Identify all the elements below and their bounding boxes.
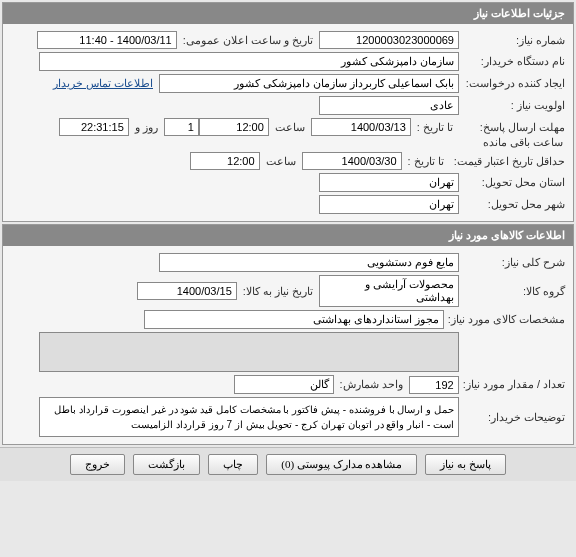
time-label-1: ساعت — [269, 121, 311, 134]
contact-info-link[interactable]: اطلاعات تماس خریدار — [47, 77, 159, 90]
back-button[interactable]: بازگشت — [133, 454, 200, 475]
action-buttons-row: پاسخ به نیاز مشاهده مدارک پیوستی (0) چاپ… — [0, 447, 576, 481]
delivery-province-value: تهران — [319, 173, 459, 192]
credit-to-date-value: 1400/03/30 — [302, 152, 402, 170]
buyer-org-value: سازمان دامپزشکی کشور — [39, 52, 459, 71]
products-area — [39, 332, 459, 372]
need-by-date-value: 1400/03/15 — [137, 282, 237, 300]
need-number-value: 1200003023000069 — [319, 31, 459, 49]
announce-datetime-value: 1400/03/11 - 11:40 — [37, 31, 177, 49]
need-details-section: جزئیات اطلاعات نیاز شماره نیاز: 12000030… — [2, 2, 574, 222]
need-by-date-label: تاریخ نیاز به کالا: — [237, 285, 319, 298]
requester-value: بابک اسماعیلی کاربرداز سازمان دامپزشکی ک… — [159, 74, 459, 93]
reply-button[interactable]: پاسخ به نیاز — [425, 454, 506, 475]
days-value: 1 — [164, 118, 199, 136]
remaining-label: ساعت باقی مانده — [477, 136, 569, 149]
reply-to-date-value: 1400/03/13 — [311, 118, 411, 136]
main-desc-label: شرح کلی نیاز: — [459, 256, 569, 269]
delivery-city-value: تهران — [319, 195, 459, 214]
section1-header: جزئیات اطلاعات نیاز — [3, 3, 573, 24]
priority-label: اولویت نیاز : — [459, 99, 569, 112]
exit-button[interactable]: خروج — [70, 454, 125, 475]
qty-value: 192 — [409, 376, 459, 394]
need-number-label: شماره نیاز: — [459, 34, 569, 47]
credit-time-value: 12:00 — [190, 152, 260, 170]
reply-deadline-label: مهلت ارسال پاسخ: — [459, 121, 569, 134]
to-date-label-1: تا تاریخ : — [411, 121, 459, 134]
delivery-province-label: استان محل تحویل: — [459, 176, 569, 189]
section2-header: اطلاعات کالاهای مورد نیاز — [3, 225, 573, 246]
delivery-city-label: شهر محل تحویل: — [459, 198, 569, 211]
priority-value: عادی — [319, 96, 459, 115]
product-group-value: محصولات آرایشی و بهداشتی — [319, 275, 459, 307]
buyer-notes-label: توضیحات خریدار: — [459, 411, 569, 424]
main-desc-value: مایع فوم دستشویی — [159, 253, 459, 272]
buyer-notes-value: حمل و ارسال با فروشنده - پیش فاکتور با م… — [39, 397, 459, 437]
spec-value: مجوز استانداردهای بهداشتی — [144, 310, 444, 329]
print-button[interactable]: چاپ — [208, 454, 258, 475]
credit-min-label: حداقل تاریخ اعتبار قیمت: — [450, 155, 569, 168]
buyer-org-label: نام دستگاه خریدار: — [459, 55, 569, 68]
remaining-time-value: 22:31:15 — [59, 118, 129, 136]
attachments-button[interactable]: مشاهده مدارک پیوستی (0) — [266, 454, 417, 475]
product-group-label: گروه کالا: — [459, 285, 569, 298]
qty-label: تعداد / مقدار مورد نیاز: — [459, 378, 569, 391]
requester-label: ایجاد کننده درخواست: — [459, 77, 569, 90]
time-label-2: ساعت — [260, 155, 302, 168]
reply-time-value: 12:00 — [199, 118, 269, 136]
days-label: روز و — [129, 121, 164, 134]
unit-label: واحد شمارش: — [334, 378, 409, 391]
spec-label: مشخصات کالای مورد نیاز: — [444, 313, 569, 326]
products-section: اطلاعات کالاهای مورد نیاز شرح کلی نیاز: … — [2, 224, 574, 445]
to-date-label-2: تا تاریخ : — [402, 155, 450, 168]
unit-value: گالن — [234, 375, 334, 394]
announce-datetime-label: تاریخ و ساعت اعلان عمومی: — [177, 34, 319, 47]
